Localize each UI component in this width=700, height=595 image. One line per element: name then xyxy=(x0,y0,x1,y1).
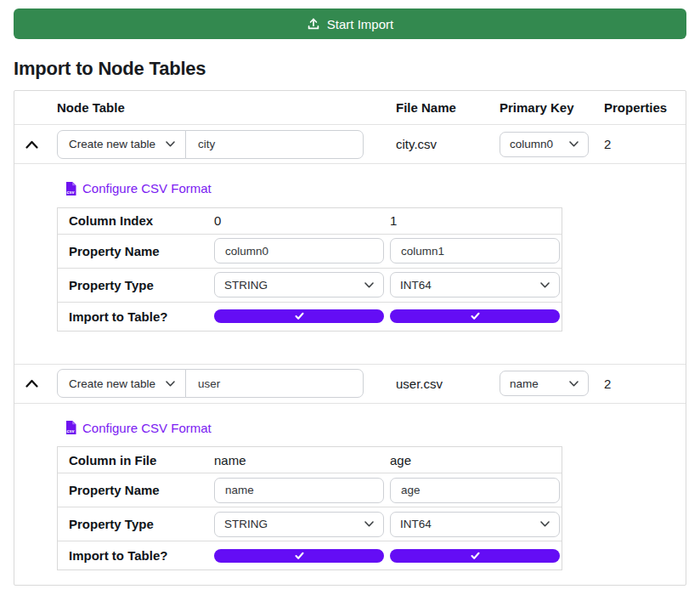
check-icon xyxy=(295,552,304,560)
property-type-value: STRING xyxy=(224,518,268,530)
table-name-input[interactable] xyxy=(185,130,364,159)
import-toggle[interactable] xyxy=(214,549,384,563)
header-node-table: Node Table xyxy=(48,100,388,115)
property-name-input[interactable] xyxy=(390,478,560,503)
column-header-value: name xyxy=(212,453,388,468)
column-header-value: 1 xyxy=(388,213,563,228)
header-properties: Properties xyxy=(596,100,686,115)
csv-config-table: Column Index 0 1 Property Name Property … xyxy=(57,207,562,332)
property-type-label: Property Type xyxy=(58,517,212,531)
collapse-row-button[interactable] xyxy=(23,377,41,390)
property-name-label: Property Name xyxy=(58,483,212,497)
svg-text:csv: csv xyxy=(67,428,75,434)
property-type-select[interactable]: INT64 xyxy=(390,272,560,298)
file-name: city.csv xyxy=(388,137,492,151)
start-import-button[interactable]: Start Import xyxy=(14,8,686,39)
chevron-down-icon xyxy=(364,521,374,527)
chevron-up-icon xyxy=(25,378,39,388)
table-row: Create new table city.csv column0 2 xyxy=(14,125,686,164)
primary-key-value: column0 xyxy=(510,138,553,150)
chevron-down-icon xyxy=(569,141,579,147)
header-file-name: File Name xyxy=(388,100,492,115)
import-to-table-label: Import to Table? xyxy=(58,309,212,324)
csv-file-icon: csv xyxy=(65,421,76,434)
property-type-select[interactable]: INT64 xyxy=(390,512,560,537)
primary-key-select[interactable]: name xyxy=(500,371,589,396)
configure-csv-link[interactable]: csv Configure CSV Format xyxy=(65,421,212,435)
start-import-label: Start Import xyxy=(327,17,393,31)
check-icon xyxy=(471,552,480,560)
property-type-value: STRING xyxy=(224,279,268,292)
svg-text:csv: csv xyxy=(67,189,75,194)
csv-config-table: Column in File name age Property Name Pr… xyxy=(57,446,562,570)
table-mode-select[interactable]: Create new table xyxy=(57,130,186,159)
column-header-value: age xyxy=(388,453,563,468)
page-title: Import to Node Tables xyxy=(14,58,686,80)
chevron-up-icon xyxy=(25,139,39,150)
import-toggle[interactable] xyxy=(390,309,560,323)
chevron-down-icon xyxy=(540,282,550,288)
collapse-row-button[interactable] xyxy=(23,138,41,151)
csv-config-section: csv Configure CSV Format Column Index 0 … xyxy=(14,164,686,365)
property-type-value: INT64 xyxy=(400,279,432,292)
header-primary-key: Primary Key xyxy=(492,100,596,115)
column-header-value: 0 xyxy=(212,213,388,228)
property-type-value: INT64 xyxy=(400,518,432,530)
table-header-row: Node Table File Name Primary Key Propert… xyxy=(14,91,686,125)
property-name-input[interactable] xyxy=(214,238,384,264)
property-name-input[interactable] xyxy=(214,478,384,503)
property-type-select[interactable]: STRING xyxy=(214,512,384,537)
import-toggle[interactable] xyxy=(390,549,560,563)
configure-csv-label: Configure CSV Format xyxy=(82,181,212,196)
csv-file-icon: csv xyxy=(65,182,76,196)
table-name-input[interactable] xyxy=(185,369,364,398)
primary-key-select[interactable]: column0 xyxy=(500,132,589,157)
chevron-down-icon xyxy=(540,521,550,527)
column-header-label: Column in File xyxy=(58,453,212,468)
table-mode-value: Create new table xyxy=(69,377,155,390)
import-toggle[interactable] xyxy=(214,309,384,323)
import-to-table-label: Import to Table? xyxy=(58,548,212,563)
file-name: user.csv xyxy=(388,377,492,391)
chevron-down-icon xyxy=(166,381,175,387)
column-header-label: Column Index xyxy=(58,213,212,228)
properties-count: 2 xyxy=(596,377,686,391)
primary-key-value: name xyxy=(510,377,539,390)
table-mode-select[interactable]: Create new table xyxy=(57,369,186,398)
property-name-input[interactable] xyxy=(390,238,560,264)
configure-csv-link[interactable]: csv Configure CSV Format xyxy=(65,181,212,196)
property-name-label: Property Name xyxy=(58,244,212,258)
csv-config-section: csv Configure CSV Format Column in File … xyxy=(14,404,686,586)
chevron-down-icon xyxy=(166,141,175,147)
configure-csv-label: Configure CSV Format xyxy=(82,421,212,435)
check-icon xyxy=(471,312,480,320)
table-mode-value: Create new table xyxy=(69,138,155,150)
upload-icon xyxy=(307,17,320,31)
node-tables-panel: Node Table File Name Primary Key Propert… xyxy=(14,90,686,586)
check-icon xyxy=(295,312,304,320)
table-row: Create new table user.csv name 2 xyxy=(14,365,686,404)
property-type-label: Property Type xyxy=(58,278,212,292)
properties-count: 2 xyxy=(596,137,686,151)
property-type-select[interactable]: STRING xyxy=(214,272,384,298)
chevron-down-icon xyxy=(364,282,374,288)
chevron-down-icon xyxy=(569,381,579,387)
